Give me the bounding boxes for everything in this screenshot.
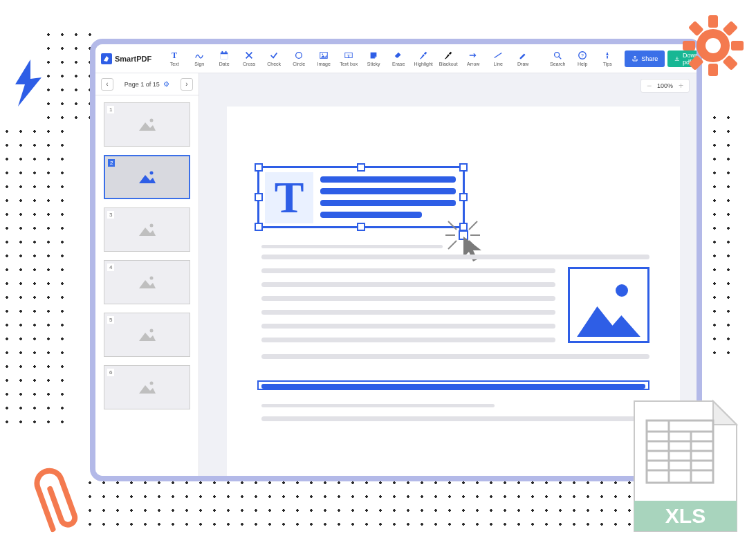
sidebar-header: ‹ Page 1 of 15 ⚙ › <box>95 73 199 95</box>
paperclip-icon <box>31 456 86 539</box>
resize-handle[interactable] <box>255 223 263 231</box>
highlight-icon <box>418 50 428 60</box>
toolbar: SmartPDF TText Sign Date Cross Check Cir… <box>95 44 697 73</box>
svg-rect-16 <box>225 51 227 53</box>
tool-tips[interactable]: Tips <box>596 50 619 66</box>
tool-cross[interactable]: Cross <box>237 50 261 66</box>
tool-highlight[interactable]: Highlight <box>412 50 435 66</box>
editor-canvas[interactable]: − 100% + T <box>199 73 697 476</box>
brand-logo[interactable]: SmartPDF <box>101 53 151 64</box>
share-icon <box>631 55 638 62</box>
resize-handle[interactable] <box>357 163 365 172</box>
svg-line-24 <box>559 57 562 59</box>
brand-name: SmartPDF <box>115 55 151 63</box>
page-thumbnail[interactable]: 5 <box>104 313 190 357</box>
svg-rect-15 <box>222 51 223 53</box>
page-thumbnail[interactable]: 6 <box>104 365 190 409</box>
svg-text:?: ? <box>581 53 584 58</box>
tool-textbox[interactable]: TText box <box>337 50 360 66</box>
prev-page-button[interactable]: ‹ <box>101 78 113 91</box>
resize-handle[interactable] <box>255 163 263 172</box>
image-placeholder[interactable] <box>568 267 649 343</box>
resize-handle[interactable] <box>459 163 468 172</box>
page-indicator: Page 1 of 15 ⚙ <box>125 80 170 88</box>
tool-blackout[interactable]: Blackout <box>436 50 460 66</box>
page-thumbnail[interactable]: 3 <box>104 207 190 252</box>
tool-group-utility: Search ?Help Tips <box>546 50 619 66</box>
tool-image[interactable]: Image <box>312 50 335 66</box>
zoom-in-button[interactable]: + <box>679 82 683 90</box>
svg-point-32 <box>149 382 153 385</box>
tool-erase[interactable]: Erase <box>387 50 410 66</box>
textbox-selection[interactable]: T <box>257 166 465 228</box>
help-icon: ? <box>578 50 587 60</box>
document-page[interactable]: T <box>227 107 680 480</box>
image-placeholder-icon <box>138 169 157 185</box>
svg-line-22 <box>495 53 502 58</box>
image-icon <box>319 50 329 60</box>
svg-text:XLS: XLS <box>665 504 706 527</box>
tool-group-edit: TText Sign Date Cross Check Circle Image… <box>163 50 535 66</box>
svg-rect-2 <box>708 15 718 28</box>
cross-icon <box>244 50 254 60</box>
page-thumbnail[interactable]: 4 <box>104 260 190 304</box>
page-thumbnail[interactable]: 1 <box>104 102 190 147</box>
calendar-icon <box>219 50 229 60</box>
svg-rect-4 <box>683 41 695 50</box>
text-line <box>261 354 649 368</box>
svg-line-34 <box>469 221 477 230</box>
text-line <box>261 255 649 268</box>
download-icon <box>674 55 680 62</box>
tool-arrow[interactable]: Arrow <box>461 50 485 66</box>
circle-icon <box>294 50 304 60</box>
tool-date[interactable]: Date <box>212 50 236 66</box>
resize-handle[interactable] <box>357 223 365 231</box>
brand-icon <box>101 53 112 64</box>
app-window: SmartPDF TText Sign Date Cross Check Cir… <box>90 39 702 481</box>
image-placeholder-icon <box>138 380 157 395</box>
svg-point-17 <box>296 53 302 59</box>
mountain-icon <box>574 273 643 337</box>
thumbnail-list[interactable]: 1 2 3 4 5 6 <box>95 95 199 476</box>
tips-icon <box>602 50 612 60</box>
tool-draw[interactable]: Draw <box>511 50 535 66</box>
line-selection[interactable] <box>257 380 649 390</box>
sign-icon <box>194 50 204 60</box>
tool-line[interactable]: Line <box>486 50 510 66</box>
svg-point-28 <box>149 172 153 175</box>
tool-search[interactable]: Search <box>546 50 569 66</box>
resize-handle[interactable] <box>255 193 263 201</box>
svg-point-19 <box>322 53 324 55</box>
tool-text[interactable]: TText <box>163 50 186 66</box>
next-page-button[interactable]: › <box>181 78 193 91</box>
svg-rect-5 <box>731 41 744 50</box>
tool-help[interactable]: ?Help <box>571 50 594 66</box>
sticky-icon <box>369 50 378 60</box>
svg-line-33 <box>448 221 457 230</box>
share-button[interactable]: Share <box>625 50 665 67</box>
textbox-glyph: T <box>265 172 313 223</box>
tool-sign[interactable]: Sign <box>187 50 211 66</box>
page-thumbnail[interactable]: 2 <box>104 155 190 199</box>
text-icon: T <box>169 50 179 60</box>
svg-line-37 <box>448 241 457 249</box>
bolt-icon <box>11 59 46 108</box>
resize-handle[interactable] <box>459 193 468 201</box>
text-block <box>261 404 649 430</box>
svg-point-30 <box>149 277 153 280</box>
zoom-value: 100% <box>657 82 673 89</box>
image-placeholder-icon <box>138 275 157 290</box>
tool-sticky[interactable]: Sticky <box>362 50 385 66</box>
tool-check[interactable]: Check <box>262 50 286 66</box>
text-block <box>261 268 555 351</box>
svg-rect-3 <box>708 64 718 76</box>
gear-icon[interactable]: ⚙ <box>163 80 169 88</box>
app-body: ‹ Page 1 of 15 ⚙ › 1 2 3 4 5 6 − 100% + <box>95 73 697 476</box>
xls-file-icon: XLS <box>630 397 741 538</box>
svg-point-23 <box>555 53 560 57</box>
svg-point-10 <box>706 38 721 53</box>
zoom-out-button[interactable]: − <box>647 82 652 90</box>
svg-marker-0 <box>15 59 42 107</box>
erase-icon <box>394 50 403 60</box>
tool-circle[interactable]: Circle <box>287 50 311 66</box>
